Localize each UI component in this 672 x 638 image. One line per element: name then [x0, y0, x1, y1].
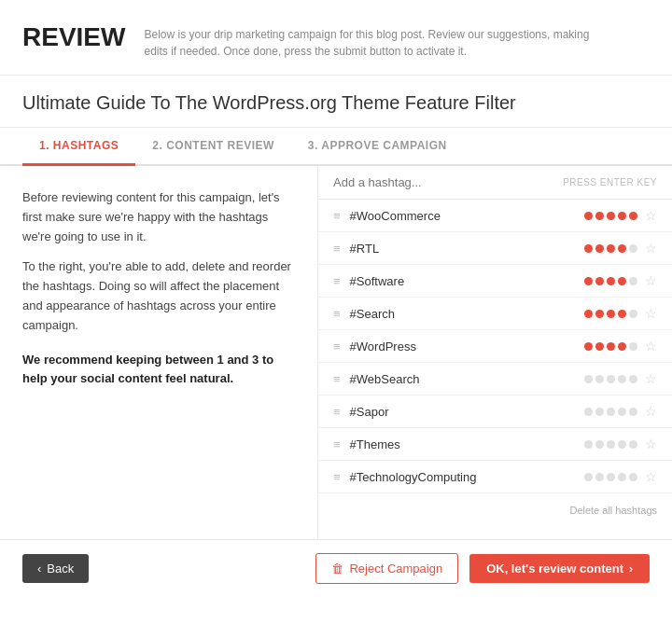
dot-filled	[607, 244, 615, 253]
hashtag-row: ≡#RTL☆	[318, 232, 672, 265]
dot-empty	[607, 408, 615, 416]
dot-empty	[629, 277, 637, 285]
dot-empty	[629, 342, 637, 351]
dot-empty	[618, 440, 626, 449]
star-icon[interactable]: ☆	[645, 208, 657, 223]
dot-filled	[629, 212, 637, 220]
tabs-container: 1. HASHTAGS 2. CONTENT REVIEW 3. APPROVE…	[0, 128, 672, 166]
dot-empty	[607, 473, 615, 481]
hashtag-name: #WebSearch	[350, 372, 584, 386]
drag-handle-icon[interactable]: ≡	[333, 405, 341, 419]
star-icon[interactable]: ☆	[645, 241, 657, 256]
left-panel: Before reviewing content for this campai…	[0, 166, 317, 539]
hashtag-dots	[584, 244, 637, 253]
hashtag-input-row: PRESS ENTER KEY	[318, 166, 672, 200]
dot-filled	[618, 212, 626, 220]
hashtag-name: #Themes	[350, 437, 584, 451]
left-panel-bold-note: We recommend keeping between 1 and 3 to …	[22, 351, 295, 390]
dot-filled	[595, 310, 604, 318]
hashtag-name: #WordPress	[350, 340, 584, 354]
hashtag-row: ≡#WordPress☆	[318, 330, 672, 363]
dot-empty	[629, 408, 637, 416]
dot-empty	[629, 310, 637, 318]
back-label: Back	[47, 562, 74, 576]
drag-handle-icon[interactable]: ≡	[333, 340, 341, 354]
hashtag-dots	[584, 408, 637, 416]
delete-all-row: Delete all hashtags	[318, 493, 672, 525]
page-title: REVIEW	[22, 22, 125, 52]
dot-filled	[584, 342, 593, 351]
tab-approve-campaign[interactable]: 3. APPROVE CAMPAIGN	[291, 128, 464, 166]
trash-icon: 🗑	[331, 562, 343, 576]
drag-handle-icon[interactable]: ≡	[333, 242, 341, 256]
dot-filled	[618, 310, 626, 318]
hashtag-name: #TechnologyComputing	[350, 470, 584, 484]
reject-button[interactable]: 🗑 Reject Campaign	[315, 553, 458, 584]
star-icon[interactable]: ☆	[645, 437, 657, 451]
hashtag-name: #Sapor	[350, 405, 584, 419]
hashtag-row: ≡#WooCommerce☆	[318, 200, 672, 232]
hashtag-dots	[584, 473, 637, 481]
hashtag-row: ≡#Sapor☆	[318, 395, 672, 428]
hashtag-row: ≡#Search☆	[318, 298, 672, 330]
star-icon[interactable]: ☆	[645, 371, 657, 386]
tab-content-review[interactable]: 2. CONTENT REVIEW	[135, 128, 291, 166]
drag-handle-icon[interactable]: ≡	[333, 437, 341, 451]
dot-empty	[595, 375, 604, 383]
hashtag-dots	[584, 277, 637, 285]
hashtag-row: ≡#TechnologyComputing☆	[318, 461, 672, 493]
drag-handle-icon[interactable]: ≡	[333, 307, 341, 321]
dot-filled	[607, 310, 615, 318]
dot-empty	[584, 408, 593, 416]
drag-handle-icon[interactable]: ≡	[333, 209, 341, 223]
dot-empty	[618, 408, 626, 416]
reject-label: Reject Campaign	[349, 562, 442, 576]
header: REVIEW Below is your drip marketing camp…	[0, 0, 672, 76]
content-area: Before reviewing content for this campai…	[0, 166, 672, 539]
hashtag-dots	[584, 342, 637, 351]
back-button[interactable]: ‹ Back	[22, 554, 89, 583]
dot-empty	[607, 375, 615, 383]
star-icon[interactable]: ☆	[645, 339, 657, 354]
footer-right: 🗑 Reject Campaign OK, let's review conte…	[315, 553, 650, 584]
hashtag-dots	[584, 212, 637, 220]
dot-filled	[584, 244, 593, 253]
hashtag-name: #WooCommerce	[350, 209, 584, 223]
hashtag-name: #RTL	[350, 242, 584, 256]
drag-handle-icon[interactable]: ≡	[333, 274, 341, 288]
right-panel: PRESS ENTER KEY ≡#WooCommerce☆≡#RTL☆≡#So…	[318, 166, 672, 539]
dot-empty	[618, 473, 626, 481]
dot-filled	[607, 212, 615, 220]
dot-empty	[618, 375, 626, 383]
dot-filled	[595, 244, 604, 253]
approve-chevron-icon: ›	[629, 562, 633, 576]
star-icon[interactable]: ☆	[645, 404, 657, 419]
dot-filled	[618, 342, 626, 351]
drag-handle-icon[interactable]: ≡	[333, 470, 341, 484]
star-icon[interactable]: ☆	[645, 306, 657, 321]
approve-button[interactable]: OK, let's review content ›	[469, 554, 650, 583]
dot-empty	[584, 473, 593, 481]
hashtag-name: #Software	[350, 274, 584, 288]
dot-filled	[584, 310, 593, 318]
dot-filled	[607, 277, 615, 285]
post-title: Ultimate Guide To The WordPress.org Them…	[0, 76, 672, 128]
back-chevron-icon: ‹	[37, 562, 41, 576]
tab-hashtags[interactable]: 1. HASHTAGS	[22, 128, 135, 166]
delete-all-button[interactable]: Delete all hashtags	[569, 505, 657, 516]
drag-handle-icon[interactable]: ≡	[333, 372, 341, 386]
dot-empty	[629, 473, 637, 481]
footer: ‹ Back 🗑 Reject Campaign OK, let's revie…	[0, 539, 672, 597]
hashtag-dots	[584, 310, 637, 318]
hashtag-row: ≡#WebSearch☆	[318, 363, 672, 395]
page-wrapper: REVIEW Below is your drip marketing camp…	[0, 0, 672, 597]
dot-filled	[618, 277, 626, 285]
press-enter-label: PRESS ENTER KEY	[563, 177, 657, 187]
hashtag-input[interactable]	[333, 175, 563, 189]
hashtag-dots	[584, 375, 637, 383]
dot-empty	[584, 375, 593, 383]
dot-empty	[595, 408, 604, 416]
dot-filled	[595, 212, 604, 220]
star-icon[interactable]: ☆	[645, 469, 657, 484]
star-icon[interactable]: ☆	[645, 273, 657, 288]
